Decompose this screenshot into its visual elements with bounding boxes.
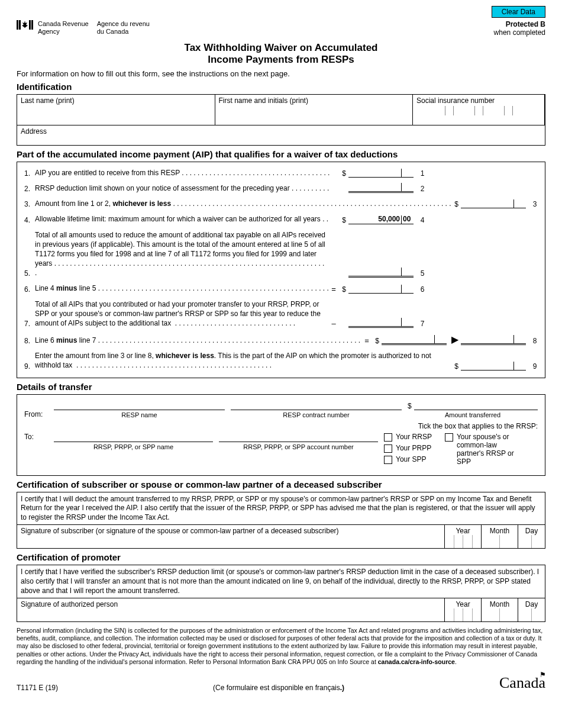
line-1-amount[interactable] [348,168,414,178]
your-spp-checkbox[interactable] [384,456,392,464]
line-2-amount[interactable] [348,183,414,193]
cert-promoter-text: I certify that I have verified the subsc… [17,565,545,598]
line-7-text: Total of all AIPs that you contributed o… [35,299,330,328]
your-rrsp-checkbox[interactable] [384,433,392,442]
line-9-text: Enter the amount from line 3 or line 8, … [35,351,453,370]
svg-rect-1 [19,20,21,30]
line-8-amount-right[interactable] [461,336,526,345]
agency-en-line1: Canada Revenue [38,20,89,28]
clear-data-button[interactable]: Clear Data [492,6,545,18]
agency-header: Canada Revenue Agency Agence du revenu d… [17,20,150,36]
line-6-amount[interactable] [348,284,414,294]
line-3-amount[interactable] [461,199,526,208]
line-5-amount[interactable] [348,268,414,278]
section-cert-promoter: Certification of promoter [17,552,545,562]
agency-en-line2: Agency [38,28,89,36]
address-field[interactable]: Address [17,125,545,145]
line-4-amount: 50,00000 [348,215,414,224]
your-prpp-checkbox[interactable] [384,444,392,453]
line-8-amount[interactable] [382,336,447,345]
svg-rect-2 [29,20,31,30]
canada-flag-icon [17,20,33,30]
footer-french-note: (Ce formulaire est disponible en françai… [213,684,344,692]
privacy-notice: Personal information (including the SIN)… [17,627,545,666]
line-5-text: Total of all amounts used to reduce the … [35,230,330,278]
promoter-signature-field[interactable]: Signature of authorized person [17,598,444,621]
line-8-text: Line 6 minus line 7 [35,336,363,345]
prom-year-input[interactable] [445,608,481,621]
section-transfer: Details of transfer [17,382,545,392]
form-code: T1171 E (19) [17,684,58,692]
prom-day-input[interactable] [518,608,545,621]
agency-fr-line2: du Canada [97,28,150,36]
svg-rect-3 [31,20,33,30]
section-cert-subscriber: Certification of subscriber or spouse or… [17,479,545,489]
sub-month-input[interactable] [482,535,518,548]
line-3-text: Amount from line 1 or 2, whichever is le… [35,199,453,208]
arrow-icon: ▶ [449,334,461,345]
line-9-amount[interactable] [461,361,526,371]
sin-field[interactable]: Social insurance number [413,95,545,125]
rrsp-name-input[interactable] [54,433,213,442]
section-aip: Part of the accumulated income payment (… [17,149,545,159]
from-label: From: [24,410,48,418]
svg-rect-0 [17,20,18,30]
rrsp-account-input[interactable] [219,433,378,442]
first-name-field[interactable]: First name and initials (print) [215,95,414,125]
resp-contract-input[interactable] [231,401,402,410]
intro-text: For information on how to fill out this … [17,69,545,78]
subscriber-signature-field[interactable]: Signature of subscriber (or signature of… [17,525,444,548]
form-title: Tax Withholding Waiver on AccumulatedInc… [17,42,545,66]
canada-wordmark-icon: Canada⚑ [499,674,545,692]
amount-transferred-input[interactable] [414,401,538,410]
protected-label: Protected B when completed [494,20,545,37]
sub-day-input[interactable] [518,535,545,548]
line-4-text: Allowable lifetime limit: maximum amount… [35,214,330,224]
agency-fr-line1: Agence du revenu [97,20,150,28]
line-1-text: AIP you are entitled to receive from thi… [35,168,330,178]
last-name-field[interactable]: Last name (print) [17,95,215,125]
line-6-text: Line 4 minus line 5 [35,284,330,293]
line-7-amount[interactable] [348,318,414,328]
spouse-rrsp-checkbox[interactable] [445,433,453,442]
tick-instruction: Tick the box that applies to the RRSP: [24,422,538,430]
cert-subscriber-text: I certify that I will deduct the amount … [17,492,545,525]
section-identification: Identification [17,82,545,92]
line-2-text: RRSP deduction limit shown on your notic… [35,183,330,193]
sub-year-input[interactable] [445,535,481,548]
to-label: To: [24,433,48,441]
prom-month-input[interactable] [482,608,518,621]
resp-name-input[interactable] [54,401,225,410]
